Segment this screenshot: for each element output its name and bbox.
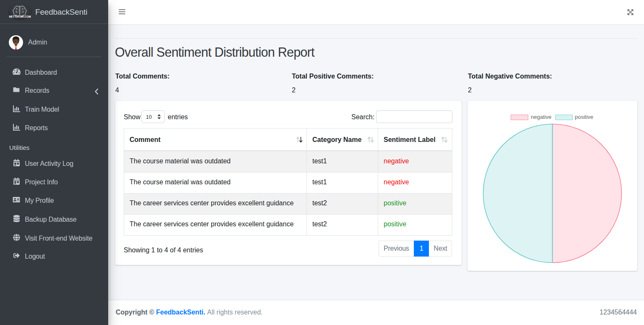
svg-text:NETTUTOR.COM: NETTUTOR.COM (9, 15, 31, 18)
